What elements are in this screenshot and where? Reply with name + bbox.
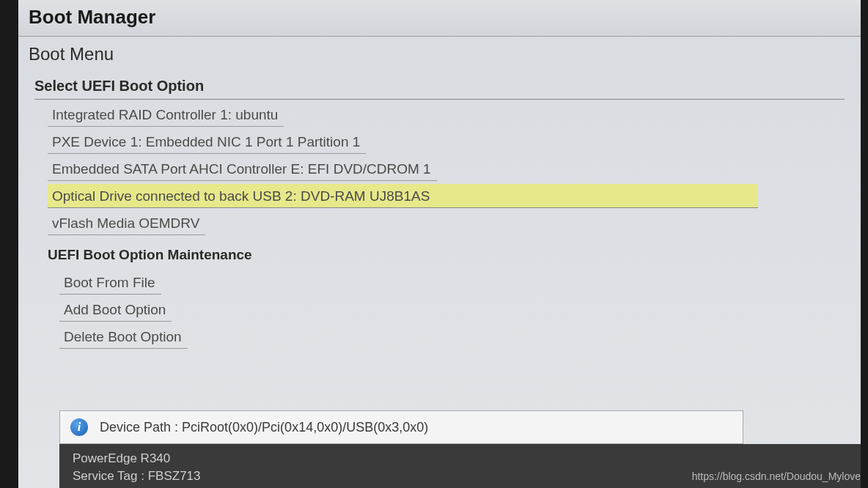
bios-screen: Boot Manager Boot Menu Select UEFI Boot … [18,0,861,488]
maintenance-boot-from-file[interactable]: Boot From File [59,270,161,295]
section-heading: Select UEFI Boot Option [18,73,861,99]
page-subtitle: Boot Menu [29,44,850,64]
boot-option-vflash[interactable]: vFlash Media OEMDRV [48,211,205,235]
maintenance-heading: UEFI Boot Option Maintenance [18,241,861,267]
boot-option-pxe[interactable]: PXE Device 1: Embedded NIC 1 Port 1 Part… [48,130,366,154]
boot-option-raid[interactable]: Integrated RAID Controller 1: ubuntu [48,103,284,127]
info-bar: i Device Path : PciRoot(0x0)/Pci(0x14,0x… [59,410,743,444]
subtitle-bar: Boot Menu [18,37,861,73]
footer-model: PowerEdge R340 [73,450,847,467]
info-label: Device Path : [100,420,178,435]
maintenance-delete-boot-option[interactable]: Delete Boot Option [59,325,188,349]
watermark: https://blog.csdn.net/Doudou_Mylove [692,470,861,482]
info-text: Device Path : PciRoot(0x0)/Pci(0x14,0x0)… [100,420,428,435]
maintenance-add-boot-option[interactable]: Add Boot Option [59,297,172,322]
boot-option-optical[interactable]: Optical Drive connected to back USB 2: D… [48,184,758,208]
footer-service-tag: FBSZ713 [148,469,201,483]
page-title: Boot Manager [29,6,850,29]
info-value: PciRoot(0x0)/Pci(0x14,0x0)/USB(0x3,0x0) [182,420,428,435]
title-bar: Boot Manager [18,0,861,37]
boot-option-sata[interactable]: Embedded SATA Port AHCI Controller E: EF… [48,157,437,181]
footer-service-tag-label: Service Tag : [73,469,144,483]
maintenance-options-list: Boot From File Add Boot Option Delete Bo… [18,267,861,355]
info-icon: i [70,418,88,436]
boot-options-list: Integrated RAID Controller 1: ubuntu PXE… [18,100,861,241]
